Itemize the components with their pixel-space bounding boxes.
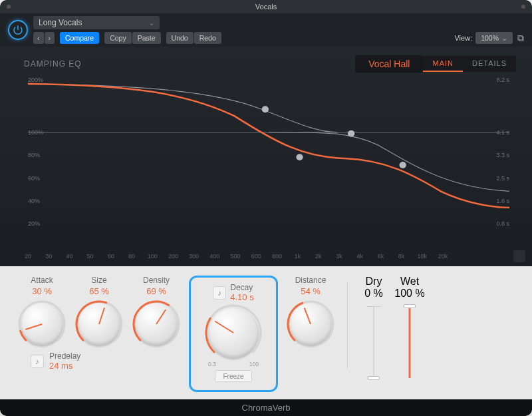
size-knob[interactable] (78, 303, 120, 345)
tab-details[interactable]: DETAILS (463, 56, 516, 72)
dry-control: Dry 0 % (356, 276, 392, 378)
dry-value: 0 % (364, 288, 383, 300)
distance-knob[interactable] (289, 303, 332, 345)
eq-curves (28, 80, 509, 244)
reverb-type-label[interactable]: Vocal Hall (355, 55, 423, 73)
x-tick: 8k (398, 253, 405, 260)
x-tick: 10k (418, 253, 428, 260)
paste-button[interactable]: Paste (132, 32, 161, 44)
x-tick: 400 (209, 253, 219, 260)
preset-name: Long Vocals (39, 18, 82, 27)
titlebar-dot-right (521, 5, 525, 9)
high-band-handle[interactable] (400, 162, 406, 168)
toolbar-rows: Long Vocals ⌄ ‹ › Compare Copy Paste Und… (33, 16, 524, 44)
x-tick: 100 (148, 253, 158, 260)
x-tick: 500 (230, 253, 240, 260)
size-control: Size 65 % (70, 276, 128, 345)
density-knob[interactable] (135, 303, 178, 345)
x-tick: 30 (45, 253, 52, 260)
graph-header: DAMPING EQ Vocal Hall MAIN DETAILS (24, 55, 516, 73)
density-control: Density 69 % (128, 276, 185, 345)
mid-band-handle[interactable] (296, 154, 303, 160)
attack-value: 30 % (32, 286, 52, 296)
decay-label: Decay (230, 283, 253, 292)
x-tick: 800 (272, 253, 282, 260)
predelay-label: Predelay (49, 351, 80, 361)
freeze-button[interactable]: Freeze (215, 370, 252, 382)
eq-plot[interactable]: 200% 100% 80% 60% 40% 20% 8.2 s 4.1 s 3.… (28, 80, 509, 244)
svg-line-2 (99, 308, 104, 324)
x-tick: 300 (189, 253, 199, 260)
power-icon (12, 24, 24, 36)
x-tick: 80 (128, 253, 135, 260)
toolbar: Long Vocals ⌄ ‹ › Compare Copy Paste Und… (0, 13, 532, 47)
crossover-handle[interactable] (348, 130, 354, 137)
compare-button[interactable]: Compare (60, 32, 99, 44)
predelay-sync-icon[interactable]: ♪ (31, 355, 44, 368)
toolbar-button-row: ‹ › Compare Copy Paste Undo Redo View: 1… (33, 32, 524, 44)
decay-knob[interactable] (208, 308, 259, 358)
power-button[interactable] (8, 20, 28, 40)
predelay-control: ♪ Predelay 24 ms (31, 351, 80, 371)
window-title: Vocals (255, 3, 277, 11)
attack-label: Attack (31, 276, 53, 285)
x-tick: 3k (336, 253, 342, 260)
x-tick: 1k (295, 253, 301, 260)
titlebar-dot-left (7, 5, 11, 9)
x-tick: 60 (108, 253, 114, 260)
tab-main[interactable]: MAIN (423, 56, 463, 72)
chevron-down-icon: ⌄ (501, 34, 507, 42)
parameter-panel: Attack 30 % Size 65 % Density 69 % ♪ Dec… (0, 266, 532, 399)
preset-selector[interactable]: Long Vocals ⌄ (33, 16, 160, 29)
x-tick: 20k (438, 253, 448, 260)
x-tick: 20 (25, 253, 31, 260)
size-value: 65 % (89, 286, 109, 296)
graph-section-title: DAMPING EQ (24, 59, 375, 69)
x-tick: 600 (251, 253, 261, 260)
chevron-down-icon: ⌄ (149, 19, 154, 27)
wet-value: 100 % (394, 288, 424, 300)
titlebar: Vocals (0, 0, 532, 13)
dry-slider[interactable] (370, 306, 377, 378)
view-label: View: (454, 34, 472, 42)
plugin-window: Vocals Long Vocals ⌄ ‹ › Compare Copy Pa… (0, 0, 532, 416)
redo-button[interactable]: Redo (194, 32, 221, 44)
x-tick: 200 (168, 253, 178, 260)
attack-control: Attack 30 % (13, 276, 70, 345)
decay-sync-icon[interactable]: ♪ (213, 286, 226, 300)
svg-line-4 (215, 321, 233, 333)
zoom-value: 100% (481, 34, 499, 42)
graph-tabs: MAIN DETAILS (423, 56, 516, 72)
decay-control-highlighted: ♪ Decay 4.10 s 0.3 100 Freeze (189, 276, 278, 392)
link-icon[interactable]: ⧉ (517, 33, 524, 44)
plugin-footer: ChromaVerb (0, 399, 532, 416)
distance-control: Distance 54 % (282, 276, 339, 345)
copy-button[interactable]: Copy (104, 32, 132, 44)
svg-line-3 (156, 310, 166, 324)
distance-value: 54 % (301, 286, 321, 296)
damping-eq-graph: DAMPING EQ Vocal Hall MAIN DETAILS 200% … (0, 47, 532, 266)
output-meter-icon[interactable] (513, 250, 525, 262)
next-preset-button[interactable]: › (45, 32, 55, 44)
wet-control: Wet 100 % (392, 276, 428, 378)
undo-button[interactable]: Undo (166, 32, 194, 44)
size-label: Size (91, 276, 106, 285)
zoom-selector[interactable]: 100% ⌄ (475, 32, 513, 44)
x-tick: 2k (315, 253, 322, 260)
distance-label: Distance (295, 276, 327, 285)
attack-knob[interactable] (21, 303, 63, 345)
svg-line-5 (305, 308, 311, 324)
predelay-value: 24 ms (49, 361, 80, 371)
svg-line-1 (25, 324, 42, 329)
x-tick: 4k (356, 253, 363, 260)
x-tick: 40 (66, 253, 72, 260)
x-tick: 6k (378, 253, 384, 260)
density-label: Density (143, 276, 170, 285)
panel-divider (347, 282, 348, 369)
decay-value: 4.10 s (230, 292, 253, 302)
prev-preset-button[interactable]: ‹ (33, 32, 44, 44)
dry-label: Dry (366, 276, 382, 288)
low-band-handle[interactable] (262, 106, 269, 112)
density-value: 69 % (146, 286, 166, 296)
wet-slider[interactable] (406, 306, 413, 378)
